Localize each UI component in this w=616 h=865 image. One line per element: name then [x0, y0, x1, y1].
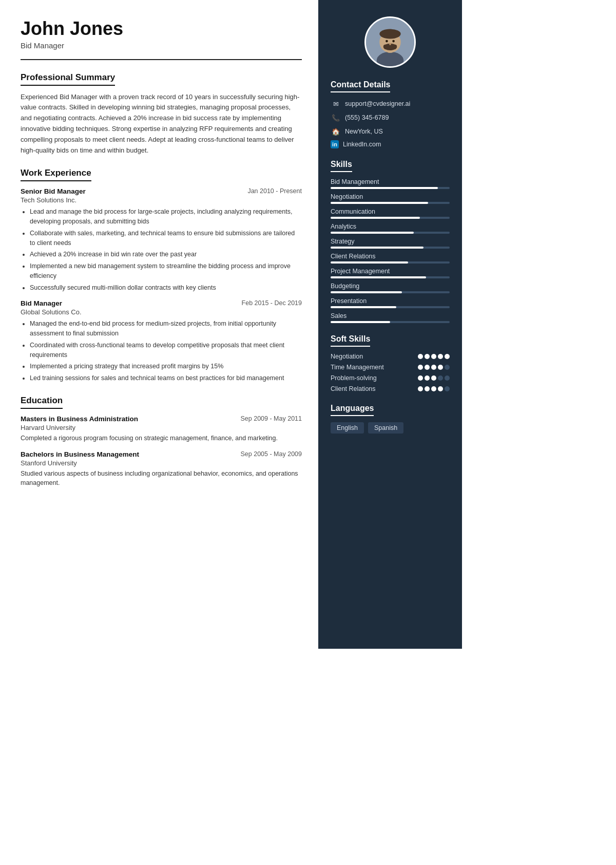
skill-dots [418, 386, 450, 391]
edu-2: Bachelors in Business Management Sep 200… [21, 450, 302, 488]
skill-label: Presentation [331, 297, 450, 305]
soft-skill-row: Client Relations [331, 385, 450, 392]
contact-heading: Contact Details [331, 80, 390, 92]
skill-label: Sales [331, 312, 450, 319]
skill-bar-fill [331, 217, 420, 219]
dot-filled [418, 354, 423, 359]
skills-heading: Skills [331, 160, 352, 172]
job-2-company: Global Solutions Co. [21, 308, 302, 316]
summary-section: Professional Summary Experienced Bid Man… [21, 72, 302, 156]
edu-2-header: Bachelors in Business Management Sep 200… [21, 450, 302, 458]
skill-dots [418, 375, 450, 381]
job-1-header: Senior Bid Manager Jan 2010 - Present [21, 187, 302, 195]
email-icon: ✉ [331, 99, 341, 109]
contact-phone: 📞 (555) 345-6789 [331, 112, 450, 123]
skill-bar-fill [331, 276, 426, 278]
job-2-title: Bid Manager [21, 299, 62, 307]
dot-filled [431, 354, 436, 359]
skills-section: Skills Bid Management Negotiation Commun… [331, 160, 450, 323]
skill-item: Project Management [331, 268, 450, 278]
soft-skill-label: Client Relations [331, 385, 418, 392]
dot-filled [418, 375, 423, 381]
soft-skill-row: Negotiation [331, 353, 450, 360]
location-value: NewYork, US [345, 128, 383, 135]
language-spanish: Spanish [368, 422, 403, 434]
languages-heading: Languages [331, 404, 374, 416]
skill-bar-fill [331, 261, 408, 264]
skill-bar-fill [331, 306, 396, 308]
skill-bar-fill [331, 247, 424, 249]
svg-point-4 [379, 29, 400, 39]
dot-filled [445, 354, 450, 359]
dot-filled [438, 354, 443, 359]
skill-bar-bg [331, 291, 450, 293]
skill-bar-fill [331, 202, 428, 204]
skill-item: Negotiation [331, 193, 450, 204]
dot-filled [425, 386, 430, 391]
summary-heading: Professional Summary [21, 72, 115, 86]
languages-section: Languages English Spanish [331, 404, 450, 434]
location-icon: 🏠 [331, 126, 341, 137]
summary-text: Experienced Bid Manager with a proven tr… [21, 92, 302, 156]
job-1-company: Tech Solutions Inc. [21, 196, 302, 204]
skills-list: Bid Management Negotiation Communication… [331, 178, 450, 323]
skill-item: Sales [331, 312, 450, 323]
skill-item: Client Relations [331, 253, 450, 264]
skill-bar-fill [331, 321, 390, 323]
full-name: John Jones [21, 18, 302, 39]
skill-bar-fill [331, 291, 402, 293]
skill-bar-bg [331, 306, 450, 308]
list-item: Successfully secured multi-million dolla… [30, 283, 302, 293]
skill-item: Communication [331, 208, 450, 219]
soft-skill-label: Problem-solving [331, 374, 418, 382]
list-item: Lead and manage the bid process for larg… [30, 207, 302, 227]
job-title: Bid Manager [21, 41, 302, 50]
language-tags: English Spanish [331, 422, 450, 434]
soft-skill-row: Problem-solving [331, 374, 450, 382]
skill-label: Strategy [331, 238, 450, 245]
edu-2-date: Sep 2005 - May 2009 [240, 450, 302, 458]
soft-skills-list: NegotiationTime ManagementProblem-solvin… [331, 353, 450, 392]
dot-filled [418, 386, 423, 391]
job-1-bullets: Lead and manage the bid process for larg… [21, 207, 302, 292]
list-item: Implemented a new bid management system … [30, 261, 302, 281]
list-item: Managed the end-to-end bid process for m… [30, 319, 302, 339]
dot-filled [431, 386, 436, 391]
phone-value: (555) 345-6789 [345, 114, 389, 121]
list-item: Collaborate with sales, marketing, and t… [30, 229, 302, 248]
email-value: support@cvdesigner.ai [345, 100, 410, 107]
skill-bar-bg [331, 321, 450, 323]
left-column: John Jones Bid Manager Professional Summ… [0, 0, 318, 649]
svg-point-8 [392, 40, 395, 43]
soft-skill-label: Time Management [331, 364, 418, 371]
contact-email: ✉ support@cvdesigner.ai [331, 99, 450, 109]
skill-item: Bid Management [331, 178, 450, 189]
edu-1-degree: Masters in Business Administration [21, 415, 138, 423]
svg-point-7 [386, 40, 388, 43]
skill-bar-bg [331, 217, 450, 219]
dot-filled [431, 365, 436, 370]
skill-label: Client Relations [331, 253, 450, 260]
list-item: Implemented a pricing strategy that incr… [30, 362, 302, 371]
skill-label: Bid Management [331, 178, 450, 185]
edu-1-header: Masters in Business Administration Sep 2… [21, 415, 302, 423]
soft-skill-row: Time Management [331, 364, 450, 371]
education-heading: Education [21, 396, 63, 409]
header-divider [21, 59, 302, 60]
linkedin-value: LinkedIn.com [343, 141, 381, 148]
job-2: Bid Manager Feb 2015 - Dec 2019 Global S… [21, 299, 302, 383]
skill-label: Communication [331, 208, 450, 215]
edu-2-school: Stanford University [21, 459, 302, 467]
svg-point-9 [389, 43, 391, 45]
edu-1-school: Harvard University [21, 424, 302, 431]
skill-bar-bg [331, 187, 450, 189]
dot-empty [445, 365, 450, 370]
job-2-header: Bid Manager Feb 2015 - Dec 2019 [21, 299, 302, 307]
work-heading: Work Experience [21, 168, 91, 181]
linkedin-icon: in [331, 140, 339, 148]
dot-empty [438, 375, 443, 381]
edu-2-desc: Studied various aspects of business incl… [21, 469, 302, 488]
dot-empty [445, 386, 450, 391]
skill-item: Budgeting [331, 283, 450, 293]
dot-filled [425, 354, 430, 359]
